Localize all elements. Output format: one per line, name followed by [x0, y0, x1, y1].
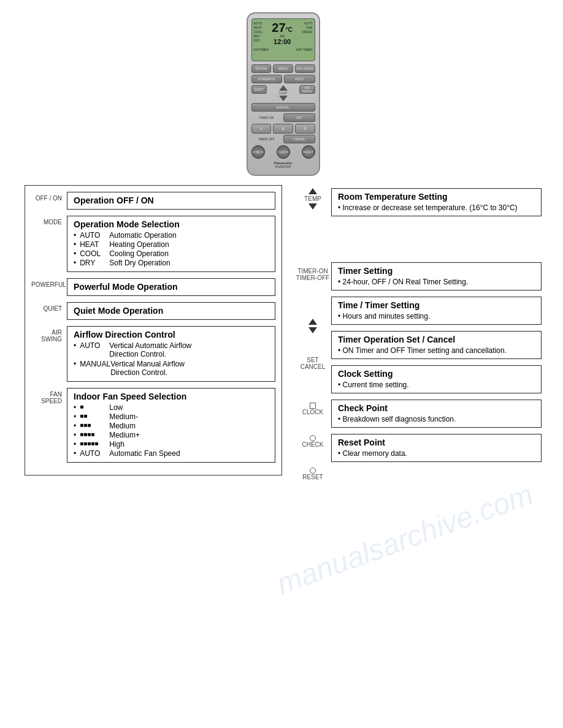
- list-item: • AUTO Automatic Fan Speed: [74, 449, 269, 458]
- list-item: • AUTO Vertical Automatic AirflowDirecti…: [74, 341, 269, 358]
- timer-set-cancel-box: Timer Operation Set / Cancel • ON Timer …: [331, 331, 542, 359]
- timer-setting-title: Timer Setting: [338, 266, 535, 276]
- quiet-box: Quiet Mode Operation: [67, 302, 275, 320]
- mode-box: Operation Mode Selection • AUTO Automati…: [67, 216, 275, 272]
- remote-control-area: AUTO HEAT COOL DRY OFF 27°C AM 12:00 AUT…: [25, 12, 542, 176]
- check-circle-area: CHECK: [302, 435, 323, 448]
- time-arrows: [308, 319, 317, 333]
- clock-box: Clock Setting • Current time setting.: [331, 365, 542, 393]
- quiet-section: QUIET Quiet Mode Operation: [31, 302, 275, 320]
- remote-airswing-btn[interactable]: AIR SWING: [299, 85, 315, 94]
- clock-section: Clock Setting • Current time setting.: [331, 365, 542, 393]
- timer-setting-box: Timer Setting • 24-hour, OFF / ON Real T…: [331, 262, 542, 290]
- timer-setting-desc: • 24-hour, OFF / ON Real Timer Setting.: [338, 278, 535, 286]
- airflow-box: Airflow Direction Control • AUTO Vertica…: [67, 326, 275, 382]
- right-column: Room Temperature Setting • Increase or d…: [331, 185, 542, 482]
- reset-circle-area: RESET: [302, 468, 323, 480]
- mode-title: Operation Mode Selection: [74, 219, 269, 229]
- airflow-title: Airflow Direction Control: [74, 330, 269, 339]
- mode-label: MODE: [31, 216, 67, 226]
- temp-up-arrow: [308, 188, 317, 194]
- list-item: • HEAT Heating Operation: [74, 240, 269, 249]
- remote-quiet-btn[interactable]: QUIET: [251, 85, 267, 94]
- fanspeed-list: • ■ Low • ■■ Medium- • ■■■: [74, 403, 269, 458]
- remote-fanspeed-btn[interactable]: FAN SPEED: [295, 64, 315, 73]
- clock-desc: • Current time setting.: [338, 381, 535, 389]
- check-section: Check Point • Breakdown self diagnosis f…: [331, 400, 542, 428]
- remote-brand: Panasonic INVERTER: [251, 161, 315, 169]
- mode-list: • AUTO Automatic Operation • HEAT Heatin…: [74, 231, 269, 267]
- list-item: • ■■■ Medium: [74, 422, 269, 430]
- timer-set-cancel-section: Timer Operation Set / Cancel • ON Timer …: [331, 331, 542, 359]
- remote-timer-off-label: TIMER OFF: [251, 135, 282, 143]
- list-item: • COOL Cooling Operation: [74, 249, 269, 258]
- list-item: • ■■ Medium-: [74, 412, 269, 421]
- remote-btn-1[interactable]: 1: [251, 124, 272, 134]
- timer-set-cancel-desc: • ON Timer and OFF Timer setting and can…: [338, 346, 535, 355]
- remote-powerful-btn[interactable]: POWERFUL: [251, 75, 283, 83]
- reset-center-label: RESET: [302, 474, 323, 480]
- airflow-list: • AUTO Vertical Automatic AirflowDirecti…: [74, 341, 269, 377]
- fanspeed-section: FAN SPEED Indoor Fan Speed Selection • ■…: [31, 388, 275, 463]
- room-temp-desc: • Increase or decrease set temperature. …: [338, 203, 535, 212]
- list-item: • DRY Soft Dry Operation: [74, 259, 269, 267]
- remote-reset-btn[interactable]: RESET: [302, 145, 315, 159]
- reset-title: Reset Point: [338, 438, 535, 447]
- off-on-label: OFF / ON: [31, 192, 67, 202]
- fanspeed-title: Indoor Fan Speed Selection: [74, 392, 269, 401]
- list-item: • AUTO Automatic Operation: [74, 231, 269, 240]
- set-cancel-center: SET CANCEL: [301, 357, 326, 370]
- remote-manual-btn[interactable]: MANUAL: [251, 103, 315, 112]
- off-on-section: OFF / ON Operation OFF / ON: [31, 192, 275, 210]
- remote-mode-btn[interactable]: MODE: [273, 64, 293, 73]
- remote-btn-2[interactable]: 2: [273, 124, 293, 134]
- time-timer-desc: • Hours and minutes setting.: [338, 312, 535, 320]
- airswing-label: AIR SWING: [31, 326, 67, 343]
- reset-desc: • Clear memory data.: [338, 449, 535, 458]
- powerful-title: Powerful Mode Operation: [74, 282, 269, 292]
- time-down-arrow: [308, 327, 317, 333]
- clock-center-label: CLOCK: [302, 409, 323, 415]
- temp-label: TEMP: [304, 195, 321, 202]
- remote-control: AUTO HEAT COOL DRY OFF 27°C AM 12:00 AUT…: [247, 12, 320, 176]
- clock-title: Clock Setting: [338, 369, 535, 379]
- remote-auto-btn[interactable]: AUTO: [284, 75, 315, 83]
- reset-section: Reset Point • Clear memory data.: [331, 434, 542, 462]
- list-item: • ■■■■■ High: [74, 440, 269, 449]
- remote-off-on-btn[interactable]: OFF/ON: [251, 64, 272, 73]
- remote-set-btn[interactable]: SET: [283, 113, 315, 122]
- remote-btn-3[interactable]: 3: [295, 124, 315, 134]
- list-item: • ■■■■ Medium+: [74, 431, 269, 439]
- temp-arrows: TEMP: [304, 188, 321, 210]
- mode-section: MODE Operation Mode Selection • AUTO Aut…: [31, 216, 275, 272]
- remote-clock-btn[interactable]: CLOCK: [277, 145, 290, 159]
- timer-on-center-label: TIMER-ON TIMER-OFF: [296, 268, 329, 281]
- left-panel-border: OFF / ON Operation OFF / ON MODE Operati…: [25, 185, 282, 476]
- clock-circle-area: CLOCK: [302, 403, 323, 415]
- reset-circle: [310, 468, 316, 474]
- diagram-wrapper: manualsarchive.com OFF / ON Operation OF…: [25, 185, 542, 482]
- room-temp-box: Room Temperature Setting • Increase or d…: [331, 188, 542, 216]
- fanspeed-label: FAN SPEED: [31, 388, 67, 404]
- powerful-box: Powerful Mode Operation: [67, 278, 275, 296]
- timer-set-cancel-title: Timer Operation Set / Cancel: [338, 335, 535, 344]
- powerful-section: POWERFUL Powerful Mode Operation: [31, 278, 275, 296]
- clock-circle: [310, 403, 316, 409]
- quiet-title: Quiet Mode Operation: [74, 306, 269, 316]
- remote-cancel-btn[interactable]: CANCEL: [283, 135, 315, 143]
- time-timer-title: Time / Timer Setting: [338, 300, 535, 310]
- airflow-section: AIR SWING Airflow Direction Control • AU…: [31, 326, 275, 382]
- watermark: manualsarchive.com: [272, 477, 537, 601]
- center-column: TEMP TIMER-ON TIMER-OFF SET CA: [294, 185, 331, 482]
- timer-setting-section: Timer Setting • 24-hour, OFF / ON Real T…: [331, 262, 542, 290]
- time-timer-box: Time / Timer Setting • Hours and minutes…: [331, 297, 542, 325]
- list-item: • MANUAL Vertical Manual AirflowDirectio…: [74, 360, 269, 377]
- temp-down-arrow: [308, 203, 317, 210]
- powerful-label: POWERFUL: [31, 278, 67, 288]
- reset-box: Reset Point • Clear memory data.: [331, 434, 542, 462]
- room-temp-title: Room Temperature Setting: [338, 192, 535, 202]
- list-item: • ■ Low: [74, 403, 269, 412]
- off-on-title: Operation OFF / ON: [74, 195, 269, 205]
- fanspeed-box: Indoor Fan Speed Selection • ■ Low • ■■ …: [67, 388, 275, 463]
- remote-check-btn[interactable]: CHECK: [251, 145, 265, 159]
